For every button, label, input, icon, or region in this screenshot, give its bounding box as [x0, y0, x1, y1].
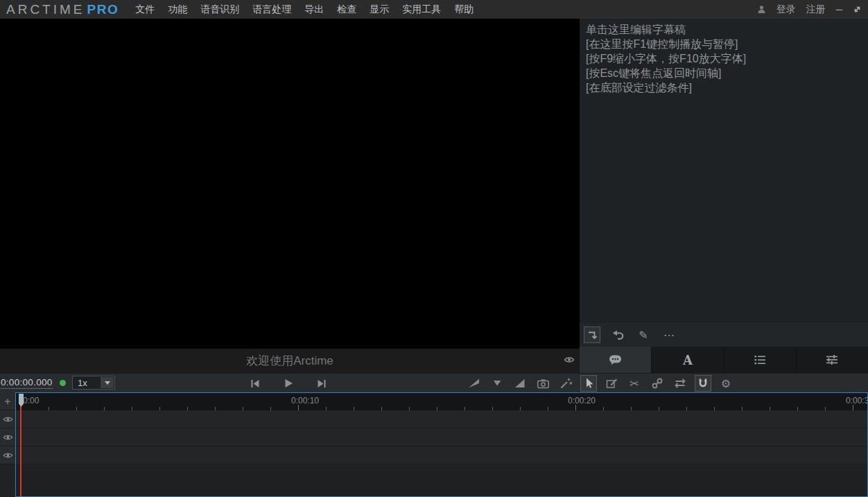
main-menu: 文件 功能 语音识别 语言处理 导出 检查 显示 实用工具 帮助: [135, 3, 474, 16]
minimize-button[interactable]: ─: [836, 0, 842, 19]
select-tool-button[interactable]: [580, 375, 597, 392]
ruler-tick: [548, 407, 548, 410]
editor-hint-line: 单击这里编辑字幕稿: [586, 22, 861, 37]
ruler-tick: [298, 405, 299, 410]
tab-font-style[interactable]: A: [652, 347, 724, 373]
swap-arrows-icon[interactable]: [672, 375, 688, 392]
panel-tab-bar: A: [580, 347, 868, 373]
ruler-time-label: 0:00: [23, 396, 39, 406]
tab-subtitle-list[interactable]: [724, 347, 797, 373]
timecode-field[interactable]: 0:00:00.000: [1, 377, 53, 389]
editor-hint-line: [按Esc键将焦点返回时间轴]: [586, 66, 861, 80]
track-visibility-toggle[interactable]: [0, 410, 15, 428]
play-button[interactable]: [283, 378, 294, 389]
menu-language-processing[interactable]: 语言处理: [252, 3, 291, 16]
ruler-tick: [159, 407, 160, 410]
ruler-tick: [409, 407, 410, 410]
eye-icon: [3, 452, 13, 459]
tab-settings[interactable]: [797, 347, 868, 373]
editor-hint-line: [在这里按F1键控制播放与暂停]: [586, 37, 861, 51]
menu-export[interactable]: 导出: [304, 3, 324, 16]
ruler-time-label: 0:00:10: [291, 396, 319, 406]
ruler-tick: [742, 407, 743, 410]
scissors-cut-icon[interactable]: ✂: [626, 375, 643, 392]
ruler-tick: [243, 407, 243, 410]
ruler-tick: [659, 407, 659, 410]
snapshot-camera-icon[interactable]: [535, 375, 551, 392]
menu-help[interactable]: 帮助: [454, 3, 474, 16]
undo-icon[interactable]: [609, 326, 626, 343]
ruler-tick: [575, 405, 576, 410]
subtitle-track-row[interactable]: [16, 428, 867, 446]
ruler-tick: [825, 407, 826, 410]
timeline-ruler[interactable]: 0:000:00:100:00:200:00:30: [16, 393, 867, 410]
cursor-arrow-icon: [582, 377, 595, 390]
track-visibility-toggle[interactable]: [0, 446, 15, 464]
skip-to-start-button[interactable]: [250, 378, 261, 389]
plus-icon: +: [5, 396, 11, 406]
video-preview[interactable]: [0, 19, 580, 349]
playhead-line: [20, 406, 21, 496]
editor-toolbar: ✎ ⋯: [580, 323, 868, 347]
magnet-snap-button[interactable]: [695, 375, 711, 392]
menu-display[interactable]: 显示: [370, 3, 389, 16]
auto-scroll-button[interactable]: [584, 326, 600, 343]
sliders-icon: [825, 354, 839, 365]
track-gutter: +: [0, 392, 15, 497]
tab-subtitles[interactable]: [580, 347, 652, 373]
link-clips-icon[interactable]: [649, 375, 666, 392]
timeline-area: + 0:000:00:100:00:200:00:30: [0, 392, 868, 497]
ruler-tick: [381, 407, 382, 410]
ruler-time-label: 0:00:20: [568, 396, 596, 406]
transport-bar: 0:00:00.000 1x: [0, 373, 868, 392]
list-icon: [753, 354, 767, 365]
quick-create-in-flag-icon[interactable]: [466, 375, 483, 392]
login-link[interactable]: 登录: [776, 3, 796, 16]
playback-speed-value: 1x: [73, 378, 101, 388]
ruler-tick: [437, 407, 437, 410]
ruler-tick: [797, 407, 798, 410]
logo-arctime: ARCTIME: [6, 2, 85, 17]
chevron-down-icon: [101, 377, 114, 388]
register-link[interactable]: 注册: [806, 3, 826, 16]
drop-subtitle-icon[interactable]: [489, 375, 505, 392]
menu-bar: ARCTIME PRO 文件 功能 语音识别 语言处理 导出 检查 显示 实用工…: [0, 0, 868, 19]
ruler-tick: [76, 407, 77, 410]
edit-subtitle-tool-icon[interactable]: [603, 375, 620, 392]
track-visibility-toggle[interactable]: [0, 428, 15, 446]
ruler-tick: [49, 407, 49, 410]
transport-controls: [250, 374, 327, 393]
menu-speech-recognition[interactable]: 语音识别: [200, 3, 239, 16]
font-style-icon: A: [683, 353, 693, 367]
menu-check[interactable]: 检查: [337, 3, 356, 16]
timeline-content: 0:000:00:100:00:200:00:30: [15, 392, 868, 497]
playback-speed-dropdown[interactable]: 1x: [72, 376, 115, 390]
menu-file[interactable]: 文件: [135, 3, 155, 16]
magic-wand-icon[interactable]: [557, 375, 574, 392]
subtitle-draft-editor[interactable]: 单击这里编辑字幕稿 [在这里按F1键控制播放与暂停] [按F9缩小字体，按F10…: [580, 19, 868, 323]
ruler-tick: [104, 407, 105, 410]
eye-icon: [3, 434, 13, 441]
user-icon: [757, 5, 766, 14]
timeline-settings-gear-icon[interactable]: ⚙: [718, 375, 734, 392]
welcome-message: 欢迎使用Arctime: [0, 349, 580, 373]
menu-functions[interactable]: 功能: [168, 3, 187, 16]
skip-to-end-button[interactable]: [316, 378, 327, 389]
ruler-tick: [354, 407, 354, 410]
editor-hint-line: [在底部设定过滤条件]: [586, 80, 861, 95]
eye-icon: [3, 416, 13, 423]
menu-utilities[interactable]: 实用工具: [402, 3, 441, 16]
edit-pencil-icon[interactable]: ✎: [635, 326, 652, 343]
ruler-tick: [520, 407, 521, 410]
subtitle-track-row[interactable]: [16, 410, 867, 428]
subtitle-track-row[interactable]: [16, 446, 867, 464]
ruler-tick: [270, 407, 271, 410]
ruler-tick: [770, 407, 770, 410]
ruler-tick: [714, 407, 715, 410]
more-options-icon[interactable]: ⋯: [661, 326, 677, 343]
speech-bubble-icon: [608, 354, 623, 366]
add-track-button[interactable]: +: [0, 392, 15, 410]
quick-create-out-flag-icon[interactable]: [512, 375, 528, 392]
subtitle-visibility-eye-icon[interactable]: [564, 356, 575, 365]
resize-window-button[interactable]: [853, 5, 862, 14]
